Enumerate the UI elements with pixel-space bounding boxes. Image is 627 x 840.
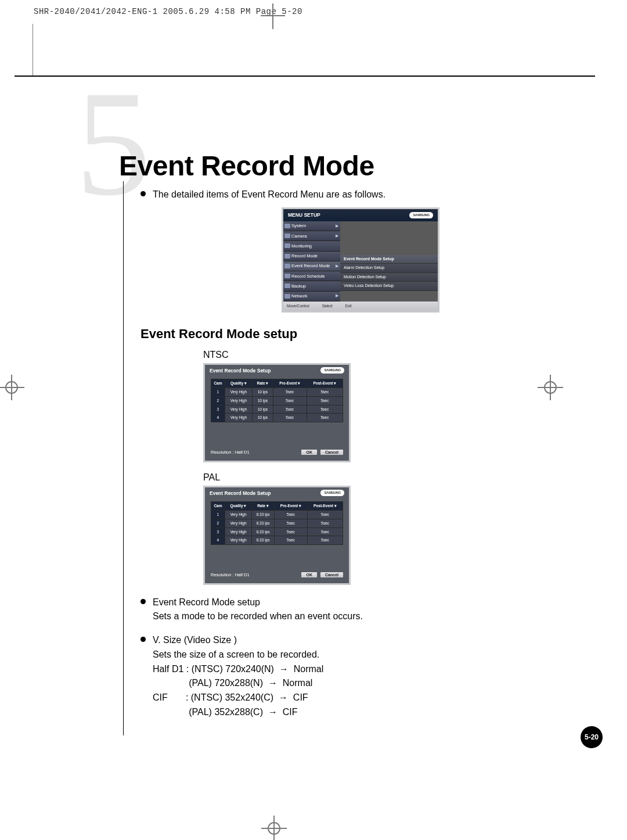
table-cell[interactable]: 3 (211, 405, 225, 414)
record-icon (284, 254, 290, 259)
menu-item-system[interactable]: System▶ (283, 221, 340, 231)
pal-label: PAL (203, 471, 581, 484)
th-preevent[interactable]: Pre-Event ▾ (273, 379, 307, 388)
table-cell[interactable]: 8.33 ips (252, 519, 275, 527)
th-cam: Cam (211, 502, 225, 511)
backup-icon (284, 283, 290, 288)
bullet-event-record-setup: Event Record Mode setup Sets a mode to b… (140, 595, 581, 624)
table-row: 4Very High8.33 ips5sec5sec (211, 536, 343, 545)
table-cell[interactable]: Very High (225, 511, 251, 519)
th-rate[interactable]: Rate ▾ (252, 379, 273, 388)
bullet-icon (140, 599, 146, 604)
table-cell[interactable]: Very High (225, 414, 252, 422)
table-cell[interactable]: 8.33 ips (252, 536, 275, 545)
table-cell[interactable]: 5sec (307, 396, 343, 405)
table-cell[interactable]: Very High (225, 519, 251, 527)
pal-title: Event Record Mode Setup (210, 490, 271, 497)
menu-item-camera[interactable]: Camera▶ (283, 231, 340, 241)
submenu-video-loss-detection[interactable]: Video Loss Detection Setup (340, 282, 438, 291)
table-cell[interactable]: 3 (211, 527, 225, 536)
table-cell[interactable]: 5sec (307, 388, 343, 397)
table-cell[interactable]: 1 (211, 511, 225, 519)
bullet-line: (PAL) 352x288(C) → CIF (153, 705, 323, 720)
table-cell[interactable]: 5sec (273, 414, 307, 422)
table-cell[interactable]: 5sec (275, 511, 308, 519)
arrow-icon: ▶ (336, 293, 338, 299)
table-cell[interactable]: 1 (211, 388, 225, 397)
table-cell[interactable]: 5sec (307, 527, 343, 536)
table-row: 1Very High8.33 ips5sec5sec (211, 511, 343, 519)
vertical-rule (123, 181, 124, 735)
samsung-badge: SAMSUNG (320, 367, 344, 374)
ntsc-resolution: Resolution : Half D1 (211, 449, 250, 455)
section-heading: Event Record Mode setup (140, 324, 581, 343)
table-cell[interactable]: Very High (225, 396, 252, 405)
table-cell[interactable]: 5sec (275, 536, 308, 545)
th-postevent[interactable]: Post-Event ▾ (307, 502, 343, 511)
table-cell[interactable]: 10 ips (252, 396, 273, 405)
menu-item-backup[interactable]: Backup (283, 281, 340, 291)
th-preevent[interactable]: Pre-Event ▾ (275, 502, 308, 511)
th-quality[interactable]: Quality ▾ (225, 379, 252, 388)
table-cell[interactable]: 5sec (273, 405, 307, 414)
menu-left-column: System▶ Camera▶ Monitoring Record Mode E… (283, 221, 340, 301)
menu-right-panel: Event Record Mode Setup Alarm Detection … (340, 221, 438, 301)
table-cell[interactable]: Very High (225, 405, 252, 414)
table-cell[interactable]: 5sec (307, 511, 343, 519)
menu-item-network[interactable]: Network▶ (283, 292, 340, 301)
pal-title-bar: Event Record Mode Setup SAMSUNG (205, 487, 349, 500)
menu-label: Record Mode (291, 253, 338, 259)
table-cell[interactable]: 5sec (273, 396, 307, 405)
th-quality[interactable]: Quality ▾ (225, 502, 251, 511)
ok-button[interactable]: OK (301, 450, 317, 455)
table-row: 2Very High10 ips5sec5sec (211, 396, 343, 405)
table-cell[interactable]: 5sec (273, 388, 307, 397)
menu-item-monitoring[interactable]: Monitoring (283, 241, 340, 251)
submenu-event-record-setup[interactable]: Event Record Mode Setup (340, 255, 438, 264)
table-cell[interactable]: 10 ips (252, 405, 273, 414)
table-cell[interactable]: 2 (211, 519, 225, 527)
cancel-button[interactable]: Cancel (320, 450, 343, 455)
ntsc-title: Event Record Mode Setup (210, 367, 271, 375)
footer-select: Select (322, 303, 333, 309)
table-row: 3Very High8.33 ips5sec5sec (211, 527, 343, 536)
ok-button[interactable]: OK (301, 572, 317, 577)
table-cell[interactable]: 5sec (307, 405, 343, 414)
menu-item-record-schedule[interactable]: Record Schedule (283, 271, 340, 281)
table-cell[interactable]: 4 (211, 536, 225, 545)
table-cell[interactable]: Very High (225, 388, 252, 397)
table-cell[interactable]: 2 (211, 396, 225, 405)
table-cell[interactable]: 10 ips (252, 388, 273, 397)
th-postevent[interactable]: Post-Event ▾ (307, 379, 343, 388)
menu-label: System (291, 222, 336, 229)
menu-item-event-record-mode[interactable]: Event Record Mode▶ (283, 261, 340, 271)
table-cell[interactable]: 5sec (275, 519, 308, 527)
th-rate[interactable]: Rate ▾ (252, 502, 275, 511)
table-cell[interactable]: 5sec (307, 414, 343, 422)
table-cell[interactable]: 5sec (275, 527, 308, 536)
table-cell[interactable]: 10 ips (252, 414, 273, 422)
menu-item-record-mode[interactable]: Record Mode (283, 252, 340, 261)
table-cell[interactable]: 8.33 ips (252, 511, 275, 519)
pal-resolution: Resolution : Half D1 (211, 572, 250, 578)
cancel-button[interactable]: Cancel (320, 572, 343, 577)
samsung-badge: SAMSUNG (409, 212, 433, 218)
table-cell[interactable]: Very High (225, 527, 251, 536)
registration-mark-left (0, 375, 24, 400)
footer-exit: Exit (345, 303, 352, 309)
table-cell[interactable]: 4 (211, 414, 225, 422)
ntsc-title-bar: Event Record Mode Setup SAMSUNG (205, 365, 349, 377)
bullet-line: CIF : (NTSC) 352x240(C) → CIF (153, 691, 323, 705)
system-icon (284, 224, 290, 228)
pal-bottom-bar: Resolution : Half D1 OK Cancel (205, 568, 349, 583)
bullet-icon (140, 191, 146, 196)
table-cell[interactable]: Very High (225, 536, 251, 545)
menu-setup-title: MENU SETUP (288, 211, 320, 219)
menu-setup-titlebar: MENU SETUP SAMSUNG (283, 209, 438, 221)
submenu-motion-detection[interactable]: Motion Detection Setup (340, 273, 438, 282)
table-cell[interactable]: 5sec (307, 536, 343, 545)
intro-text: The detailed items of Event Record Menu … (153, 188, 385, 202)
submenu-alarm-detection[interactable]: Alarm Detection Setup (340, 264, 438, 273)
table-cell[interactable]: 8.33 ips (252, 527, 275, 536)
table-cell[interactable]: 5sec (307, 519, 343, 527)
